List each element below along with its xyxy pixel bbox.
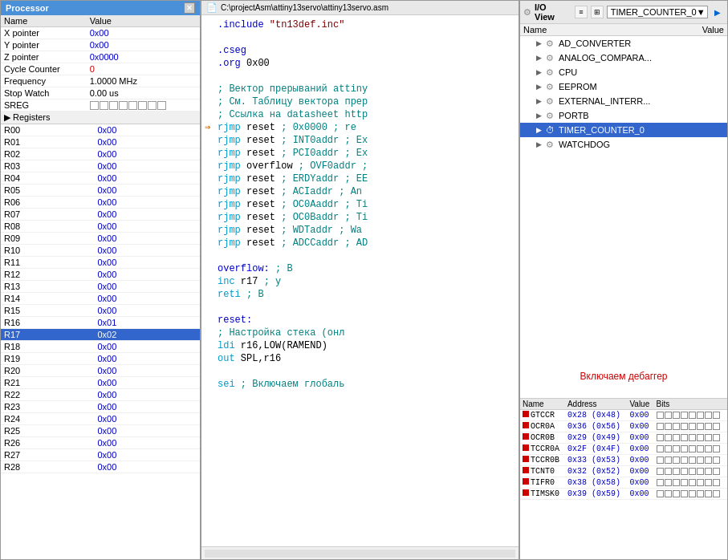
io-nav-icon[interactable]: ▶ (711, 6, 724, 18)
bit-box[interactable] (713, 445, 720, 452)
sreg-bit[interactable] (138, 101, 147, 110)
code-line[interactable]: rjmp reset ; PCI0addr ; Ex (201, 147, 519, 160)
io-tree-item[interactable]: ▶⚙AD_CONVERTER (520, 36, 727, 51)
code-line[interactable]: reset: (201, 314, 519, 327)
bit-box[interactable] (657, 434, 664, 441)
bit-box[interactable] (681, 490, 688, 497)
bit-box[interactable] (697, 490, 704, 497)
io-tree-item[interactable]: ▶⚙PORTB (520, 108, 727, 123)
sreg-bit[interactable] (128, 101, 137, 110)
bit-box[interactable] (681, 479, 688, 486)
code-line[interactable]: reti ; B (201, 288, 519, 301)
bit-box[interactable] (657, 445, 664, 452)
io-tree-item[interactable]: ▶⚙CPU (520, 65, 727, 79)
register-detail-row[interactable]: OCR0A0x36 (0x56)0x00 (520, 421, 727, 432)
bit-box[interactable] (665, 490, 672, 497)
bit-box[interactable] (665, 479, 672, 486)
bit-box[interactable] (697, 457, 704, 464)
bit-box[interactable] (673, 468, 680, 475)
bit-box[interactable] (705, 457, 712, 464)
code-line[interactable]: .include "tn13def.inc" (201, 18, 519, 31)
bit-box[interactable] (697, 445, 704, 452)
bit-box[interactable] (665, 468, 672, 475)
bit-box[interactable] (665, 445, 672, 452)
code-line[interactable]: rjmp reset ; ADCCaddr ; AD (201, 237, 519, 250)
bit-box[interactable] (697, 423, 704, 430)
register-detail-row[interactable]: OCR0B0x29 (0x49)0x00 (520, 432, 727, 444)
code-line[interactable] (201, 31, 519, 44)
bit-box[interactable] (689, 479, 696, 486)
bit-box[interactable] (713, 412, 720, 419)
bit-box[interactable] (713, 468, 720, 475)
bit-box[interactable] (697, 479, 704, 486)
io-toolbar-btn2[interactable]: ⊞ (591, 6, 604, 18)
bit-box[interactable] (681, 445, 688, 452)
bit-box[interactable] (713, 479, 720, 486)
bit-box[interactable] (705, 434, 712, 441)
bit-box[interactable] (673, 457, 680, 464)
sreg-bit[interactable] (119, 101, 128, 110)
bit-box[interactable] (681, 457, 688, 464)
code-line[interactable]: rjmp reset ; ACIaddr ; An (201, 185, 519, 198)
sreg-bit[interactable] (109, 101, 118, 110)
bit-box[interactable] (673, 412, 680, 419)
code-line[interactable]: ; Настройка стека (онл (201, 327, 519, 339)
bit-box[interactable] (673, 490, 680, 497)
bit-box[interactable] (713, 434, 720, 441)
bit-box[interactable] (681, 468, 688, 475)
code-line[interactable] (201, 70, 519, 83)
bit-box[interactable] (689, 457, 696, 464)
code-line[interactable]: rjmp reset ; INT0addr ; Ex (201, 134, 519, 147)
bit-box[interactable] (657, 412, 664, 419)
bit-box[interactable] (673, 445, 680, 452)
bit-box[interactable] (705, 490, 712, 497)
io-tree[interactable]: ▶⚙AD_CONVERTER▶⚙ANALOG_COMPARA...▶⚙CPU▶⚙… (520, 36, 727, 355)
register-detail-row[interactable]: GTCCR0x28 (0x48)0x00 (520, 410, 727, 421)
registers-header[interactable]: ▶ Registers (1, 112, 200, 124)
bit-box[interactable] (713, 490, 720, 497)
bit-box[interactable] (705, 423, 712, 430)
bit-box[interactable] (657, 457, 664, 464)
bit-box[interactable] (665, 434, 672, 441)
bit-box[interactable] (665, 457, 672, 464)
code-line[interactable]: rjmp reset ; OC0Aaddr ; Ti (201, 198, 519, 211)
code-line[interactable]: .org 0x00 (201, 57, 519, 70)
bit-box[interactable] (665, 423, 672, 430)
code-line[interactable]: ; Вектор прерываний attiny (201, 83, 519, 95)
bit-box[interactable] (689, 490, 696, 497)
register-detail-row[interactable]: TCCR0B0x33 (0x53)0x00 (520, 455, 727, 466)
code-line[interactable] (201, 301, 519, 314)
code-line[interactable]: inc r17 ; у (201, 275, 519, 288)
bit-box[interactable] (673, 423, 680, 430)
bit-box[interactable] (657, 468, 664, 475)
register-detail-row[interactable]: TIFR00x38 (0x58)0x00 (520, 477, 727, 489)
editor-content[interactable]: .include "tn13def.inc" .cseg .org 0x00 ;… (201, 15, 519, 546)
bit-box[interactable] (713, 457, 720, 464)
register-detail-row[interactable]: TCCR0A0x2F (0x4F)0x00 (520, 444, 727, 455)
code-line[interactable]: out SPL,r16 (201, 352, 519, 365)
code-line[interactable]: overflow: ; B (201, 262, 519, 275)
code-line[interactable]: rjmp reset ; ERDYaddr ; EE (201, 172, 519, 185)
horizontal-scrollbar[interactable] (205, 550, 515, 558)
bit-box[interactable] (681, 434, 688, 441)
io-tree-item[interactable]: ▶⚙ANALOG_COMPARA... (520, 51, 727, 65)
code-line[interactable] (201, 365, 519, 378)
bit-box[interactable] (657, 490, 664, 497)
processor-scroll[interactable]: Name Value X pointer0x00Y pointer0x00Z p… (1, 15, 200, 559)
bit-box[interactable] (657, 423, 664, 430)
bit-box[interactable] (689, 412, 696, 419)
bit-box[interactable] (681, 423, 688, 430)
io-dropdown[interactable]: TIMER_COUNTER_0 ▼ (607, 6, 708, 18)
io-tree-item[interactable]: ▶⏱TIMER_COUNTER_0 (520, 123, 727, 137)
bit-box[interactable] (705, 445, 712, 452)
io-toolbar-btn1[interactable]: ≡ (575, 6, 588, 18)
code-line[interactable]: ⇒ rjmp reset ; 0x0000 ; re (201, 121, 519, 134)
code-line[interactable]: ldi r16,LOW(RAMEND) (201, 339, 519, 352)
bit-box[interactable] (657, 479, 664, 486)
bit-box[interactable] (689, 434, 696, 441)
bit-box[interactable] (697, 434, 704, 441)
register-detail-row[interactable]: TCNT00x32 (0x52)0x00 (520, 466, 727, 477)
bit-box[interactable] (681, 412, 688, 419)
bit-box[interactable] (665, 412, 672, 419)
sreg-bit[interactable] (90, 101, 99, 110)
